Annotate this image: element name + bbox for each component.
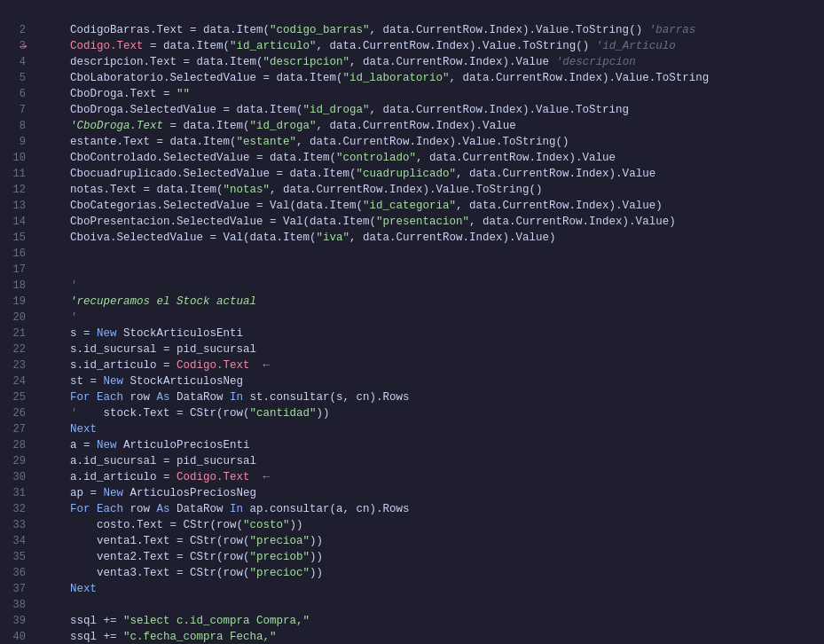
token: CboDroga.Text = xyxy=(43,88,177,100)
token: Next xyxy=(70,583,97,595)
code-line: 26 ' stock.Text = CStr(row("cantidad")) xyxy=(0,406,824,422)
line-number: 32 xyxy=(0,503,40,515)
token: "id_laboratorio" xyxy=(343,72,450,84)
token: 'CboDroga.Text xyxy=(70,120,163,132)
token: row xyxy=(123,503,157,515)
code-line: 31 ap = New ArticulosPreciosNeg xyxy=(0,486,824,502)
token: stock.Text = CStr(row( xyxy=(77,407,250,420)
line-number: 37 xyxy=(0,583,40,595)
token: , data.CurrentRow.Index).Value xyxy=(416,152,616,164)
token: New xyxy=(97,439,117,452)
token: In xyxy=(230,503,243,515)
code-line: 21 s = New StockArticulosEnti xyxy=(0,326,824,342)
code-line: 29 a.id_sucursal = pid_sucursal xyxy=(0,454,824,470)
line-number: 40 xyxy=(0,631,40,643)
token: )) xyxy=(310,535,323,547)
token xyxy=(43,120,70,132)
token: ap = xyxy=(43,487,104,499)
line-content: venta3.Text = CStr(row("precioc")) xyxy=(40,567,824,579)
token: , data.CurrentRow.Index).Value) xyxy=(456,200,663,212)
token: In xyxy=(230,391,243,404)
line-number: 25 xyxy=(0,391,40,404)
code-line: 5 CboLaboratorio.SelectedValue = data.It… xyxy=(0,71,824,87)
token: "id_droga" xyxy=(303,104,370,116)
token: "iva" xyxy=(317,232,350,244)
token: ' xyxy=(70,311,77,324)
line-content: 'recuperamos el Stock actual xyxy=(40,295,824,308)
line-content: a.id_articulo = Codigo.Text ← xyxy=(40,471,824,483)
code-line: 16 xyxy=(0,247,824,263)
token xyxy=(43,503,70,515)
token: )) xyxy=(310,567,323,579)
line-content: costo.Text = CStr(row("costo")) xyxy=(40,519,824,531)
line-number: 16 xyxy=(0,247,40,260)
token: , data.CurrentRow.Index).Value.ToString(… xyxy=(270,184,543,196)
token: += xyxy=(104,631,124,643)
line-content: CboPresentacion.SelectedValue = Val(data… xyxy=(40,216,824,228)
line-number: 38 xyxy=(0,599,40,611)
token: row xyxy=(123,391,157,404)
line-number: 26 xyxy=(0,407,40,420)
token: Cboiva.SelectedValue = Val(data.Item( xyxy=(43,232,317,244)
token: , data.CurrentRow.Index).Value.ToString xyxy=(450,72,710,84)
code-line: 14 CboPresentacion.SelectedValue = Val(d… xyxy=(0,215,824,231)
token: StockArticulosEnti xyxy=(117,327,244,340)
line-content: ' xyxy=(40,311,824,324)
code-line: 33 costo.Text = CStr(row("costo")) xyxy=(0,518,824,534)
line-content: venta2.Text = CStr(row("preciob")) xyxy=(40,551,824,563)
line-number: 7 xyxy=(0,104,40,116)
token: ArticulosPreciosNeg xyxy=(123,487,256,499)
line-content: a.id_sucursal = pid_sucursal xyxy=(40,455,824,467)
line-content: Next xyxy=(40,583,824,595)
token: DataRow xyxy=(170,503,231,515)
token: , data.CurrentRow.Index).Value.ToString(… xyxy=(370,24,649,36)
token: "precioc" xyxy=(250,567,310,579)
token: "estante" xyxy=(237,136,297,148)
token: "id_categoria" xyxy=(363,200,456,212)
token: , data.CurrentRow.Index).Value xyxy=(317,120,516,132)
line-content: ap = New ArticulosPreciosNeg xyxy=(40,487,824,499)
token: s = xyxy=(43,327,97,340)
token: , data.CurrentRow.Index).Value.ToString(… xyxy=(296,136,569,148)
code-editor: 2 CodigoBarras.Text = data.Item("codigo_… xyxy=(0,0,824,644)
token: a = xyxy=(43,439,97,452)
line-content: s.id_articulo = Codigo.Text ← xyxy=(40,359,824,372)
line-content: 'CboDroga.Text = data.Item("id_droga", d… xyxy=(40,120,824,132)
line-number: 15 xyxy=(0,232,40,244)
code-line: 37 Next xyxy=(0,582,824,598)
line-content: Codigo.Text = data.Item("id_articulo", d… xyxy=(40,40,824,52)
token: s.id_sucursal = pid_sucursal xyxy=(43,343,256,356)
line-number: 33 xyxy=(0,519,40,531)
token: "notas" xyxy=(224,184,271,196)
line-content: s = New StockArticulosEnti xyxy=(40,327,824,340)
token: As xyxy=(157,391,170,404)
line-content: CodigoBarras.Text = data.Item("codigo_ba… xyxy=(40,24,824,36)
token: costo.Text = CStr(row( xyxy=(43,519,243,531)
token: "descripcion" xyxy=(263,56,350,68)
token xyxy=(43,391,70,404)
line-number: 24 xyxy=(0,375,40,388)
token: Cbocuadruplicado.SelectedValue = data.It… xyxy=(43,168,357,180)
token: ssql xyxy=(43,631,104,643)
token: New xyxy=(104,375,124,388)
code-line: 3 Codigo.Text = data.Item("id_articulo",… xyxy=(0,39,824,55)
token: New xyxy=(104,487,124,499)
code-line: 23 s.id_articulo = Codigo.Text ← xyxy=(0,358,824,374)
token: CodigoBarras.Text = data.Item( xyxy=(43,24,270,36)
line-content: For Each row As DataRow In ap.consultar(… xyxy=(40,503,824,515)
line-number: 36 xyxy=(0,567,40,579)
token: CboLaboratorio.SelectedValue = data.Item… xyxy=(43,72,343,84)
line-number: 4 xyxy=(0,56,40,68)
token: CboCategorias.SelectedValue = Val(data.I… xyxy=(43,200,363,212)
line-number: 17 xyxy=(0,263,40,276)
line-content: Next xyxy=(40,423,824,436)
line-number: 8 xyxy=(0,120,40,132)
line-content: ' xyxy=(40,279,824,292)
token: ' xyxy=(43,407,77,420)
code-line: 38 xyxy=(0,598,824,614)
line-number: 6 xyxy=(0,88,40,100)
token: For Each xyxy=(70,391,123,404)
token xyxy=(43,279,70,292)
line-content: ' stock.Text = CStr(row("cantidad")) xyxy=(40,407,824,420)
token: a.id_sucursal = pid_sucursal xyxy=(43,455,256,467)
